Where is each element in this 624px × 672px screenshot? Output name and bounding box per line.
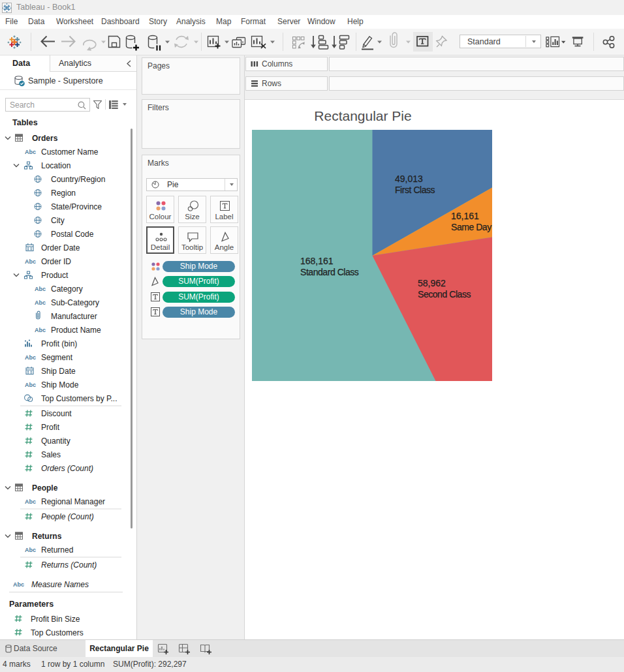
svg-text:Second Class: Second Class bbox=[418, 289, 471, 299]
svg-text:16,161: 16,161 bbox=[451, 211, 479, 221]
svg-text:168,161: 168,161 bbox=[300, 256, 334, 266]
svg-text:58,962: 58,962 bbox=[418, 278, 446, 288]
svg-text:Standard Class: Standard Class bbox=[300, 267, 359, 277]
svg-text:49,013: 49,013 bbox=[395, 174, 423, 184]
svg-text:Same Day: Same Day bbox=[451, 222, 491, 232]
svg-text:First Class: First Class bbox=[395, 185, 435, 195]
